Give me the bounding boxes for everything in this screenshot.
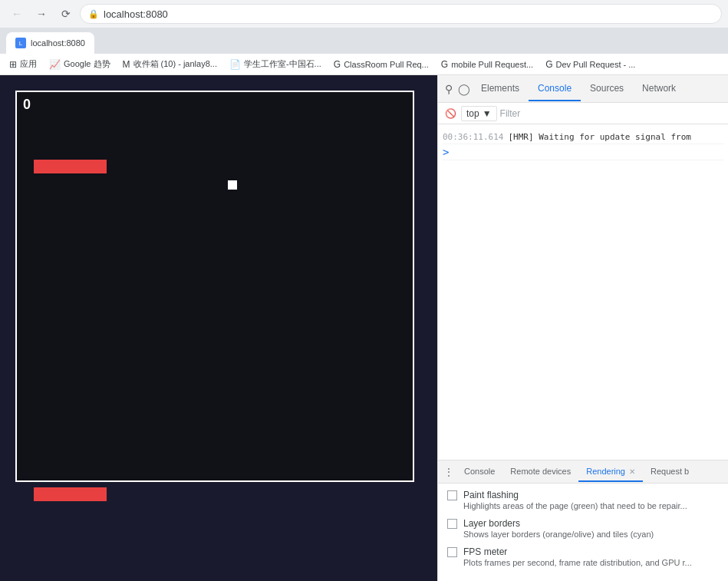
bookmark-trends[interactable]: 📈 Google 趋势 [46,57,114,71]
bottom-tab-rendering[interactable]: Rendering ✕ [578,462,643,482]
rendering-option-layer: Layer borders Shows layer borders (orang… [447,518,719,539]
devtools-mobile-icon[interactable]: ◯ [456,81,472,97]
devtools-bottom: ⋮ Console Remote devices Rendering ✕ Req… [438,460,728,581]
devtools-toolbar: 🚫 top ▼ Filter [438,103,728,124]
trends-icon: 📈 [49,59,61,70]
nav-bar: ← → ⟳ 🔒 localhost:8080 [0,0,728,28]
gmail-icon: M [123,59,130,70]
console-arrow-line: > [443,144,723,160]
bookmark-classroom-label: ClassRoom Pull Req... [344,60,429,69]
context-selector[interactable]: top ▼ [461,106,497,121]
tab-elements[interactable]: Elements [472,77,529,101]
tab-sources[interactable]: Sources [581,77,633,101]
dev-icon: G [545,59,552,70]
devtools-bottom-tabs: ⋮ Console Remote devices Rendering ✕ Req… [438,461,728,484]
browser-tab[interactable]: L localhost:8080 [6,32,94,54]
bookmark-mobile-label: mobile Pull Request... [451,60,533,69]
platform-bottom [34,487,107,501]
fps-meter-label: FPS meter [463,546,692,557]
bookmark-mobile[interactable]: G mobile Pull Request... [438,58,536,71]
apps-icon: ⊞ [9,59,17,70]
filter-input[interactable] [523,106,723,121]
browser-chrome: ← → ⟳ 🔒 localhost:8080 L localhost:8080 … [0,0,728,75]
bookmark-trends-label: Google 趋势 [64,58,110,70]
rendering-option-fps: FPS meter Plots frames per second, frame… [447,546,719,567]
bookmarks-bar: ⊞ 应用 📈 Google 趋势 M 收件箱 (10) - janlay8...… [0,54,728,75]
rendering-content: Paint flashing Highlights areas of the p… [438,484,728,581]
bottom-tab-console[interactable]: Console [456,462,502,482]
mobile-icon: G [441,59,448,70]
webpage: 0 [0,75,437,581]
tab-console[interactable]: Console [529,77,581,101]
tab-label: localhost:8080 [31,38,85,48]
student-icon: 📄 [229,59,241,70]
bookmark-gmail[interactable]: M 收件箱 (10) - janlay8... [120,57,220,71]
layer-borders-desc: Shows layer borders (orange/olive) and t… [463,530,654,539]
bottom-tab-more-icon[interactable]: ⋮ [441,464,456,480]
bookmark-apps-label: 应用 [20,58,37,70]
paint-flashing-label: Paint flashing [463,490,687,500]
bookmark-classroom[interactable]: G ClassRoom Pull Req... [331,58,432,71]
rendering-option-paint: Paint flashing Highlights areas of the p… [447,490,719,510]
address-bar[interactable]: 🔒 localhost:8080 [80,4,722,24]
console-timestamp: 00:36:11.614 [443,132,503,142]
bottom-tab-remote[interactable]: Remote devices [502,462,578,482]
platform-top [34,160,107,173]
score-display: 0 [23,97,31,113]
main-content: 0 ⚲ ◯ Elements Console Sources Network [0,75,728,581]
address-text: localhost:8080 [104,8,168,20]
console-log-line: 00:36:11.614 [HMR] Waiting for update si… [443,130,723,144]
rendering-tab-close[interactable]: ✕ [629,467,635,476]
layer-borders-label: Layer borders [463,518,654,529]
player-block [228,180,237,190]
console-content: 00:36:11.614 [HMR] Waiting for update si… [438,124,728,460]
forward-button[interactable]: → [31,3,52,25]
game-canvas: 0 [15,91,414,482]
paint-flashing-checkbox[interactable] [447,490,457,500]
bookmark-student[interactable]: 📄 学生工作室-中国石... [226,57,324,71]
context-dropdown-icon: ▼ [483,108,492,119]
back-button[interactable]: ← [6,3,28,25]
filter-placeholder: Filter [500,108,521,119]
clear-console-icon[interactable]: 🚫 [443,106,458,121]
fps-meter-desc: Plots frames per second, frame rate dist… [463,558,692,567]
devtools-tabs: ⚲ ◯ Elements Console Sources Network [438,75,728,103]
bookmark-student-label: 学生工作室-中国石... [244,58,321,70]
paint-flashing-desc: Highlights areas of the page (green) tha… [463,501,687,510]
reload-button[interactable]: ⟳ [55,3,77,25]
tab-network[interactable]: Network [633,77,685,101]
devtools-inspect-icon[interactable]: ⚲ [441,81,456,97]
bookmark-dev[interactable]: G Dev Pull Request - ... [542,58,638,71]
tabs-bar: L localhost:8080 [0,28,728,54]
console-message: [HMR] Waiting for update signal from [508,132,690,142]
lock-icon: 🔒 [88,9,99,19]
bookmark-gmail-label: 收件箱 (10) - janlay8... [133,58,217,70]
console-expand-arrow[interactable]: > [443,146,449,158]
tab-favicon: L [15,38,26,48]
layer-borders-checkbox[interactable] [447,519,457,529]
context-label: top [466,108,479,119]
bookmark-dev-label: Dev Pull Request - ... [555,60,635,69]
classroom-icon: G [334,59,341,70]
bottom-tab-request[interactable]: Request b [643,462,697,482]
fps-meter-checkbox[interactable] [447,547,457,557]
devtools-panel: ⚲ ◯ Elements Console Sources Network 🚫 t… [437,75,728,581]
bookmark-apps[interactable]: ⊞ 应用 [6,57,40,71]
